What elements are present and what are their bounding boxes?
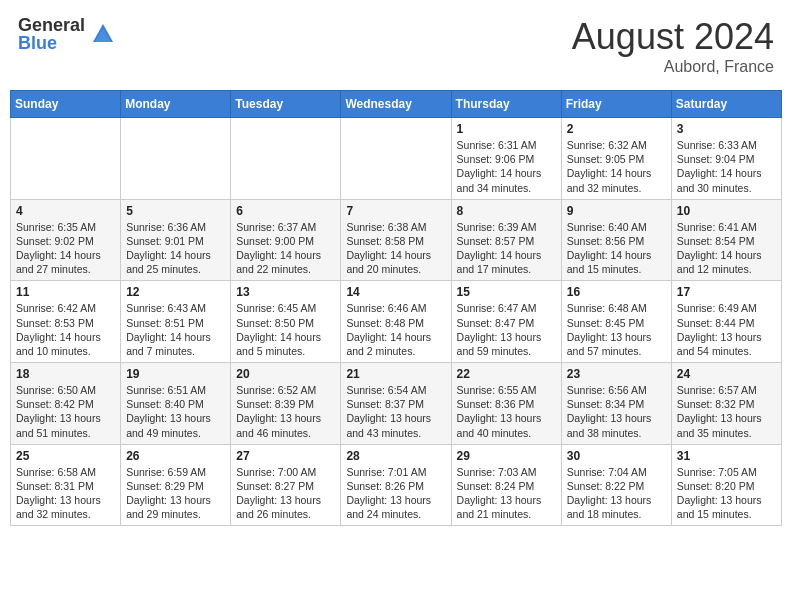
weekday-header-wednesday: Wednesday xyxy=(341,91,451,118)
day-number: 14 xyxy=(346,285,445,299)
calendar-cell: 1Sunrise: 6:31 AM Sunset: 9:06 PM Daylig… xyxy=(451,118,561,200)
calendar-cell: 7Sunrise: 6:38 AM Sunset: 8:58 PM Daylig… xyxy=(341,199,451,281)
calendar-cell: 21Sunrise: 6:54 AM Sunset: 8:37 PM Dayli… xyxy=(341,363,451,445)
calendar-cell: 27Sunrise: 7:00 AM Sunset: 8:27 PM Dayli… xyxy=(231,444,341,526)
day-number: 2 xyxy=(567,122,666,136)
week-row-4: 18Sunrise: 6:50 AM Sunset: 8:42 PM Dayli… xyxy=(11,363,782,445)
day-number: 23 xyxy=(567,367,666,381)
day-number: 4 xyxy=(16,204,115,218)
day-info: Sunrise: 6:33 AM Sunset: 9:04 PM Dayligh… xyxy=(677,138,776,195)
calendar-cell: 17Sunrise: 6:49 AM Sunset: 8:44 PM Dayli… xyxy=(671,281,781,363)
day-info: Sunrise: 6:56 AM Sunset: 8:34 PM Dayligh… xyxy=(567,383,666,440)
week-row-5: 25Sunrise: 6:58 AM Sunset: 8:31 PM Dayli… xyxy=(11,444,782,526)
day-info: Sunrise: 6:42 AM Sunset: 8:53 PM Dayligh… xyxy=(16,301,115,358)
page-header: General Blue August 2024 Aubord, France xyxy=(10,10,782,82)
day-info: Sunrise: 6:35 AM Sunset: 9:02 PM Dayligh… xyxy=(16,220,115,277)
calendar-table: SundayMondayTuesdayWednesdayThursdayFrid… xyxy=(10,90,782,526)
day-number: 27 xyxy=(236,449,335,463)
day-number: 26 xyxy=(126,449,225,463)
day-info: Sunrise: 6:40 AM Sunset: 8:56 PM Dayligh… xyxy=(567,220,666,277)
calendar-cell xyxy=(341,118,451,200)
calendar-cell: 14Sunrise: 6:46 AM Sunset: 8:48 PM Dayli… xyxy=(341,281,451,363)
day-info: Sunrise: 6:49 AM Sunset: 8:44 PM Dayligh… xyxy=(677,301,776,358)
calendar-cell: 3Sunrise: 6:33 AM Sunset: 9:04 PM Daylig… xyxy=(671,118,781,200)
calendar-cell: 25Sunrise: 6:58 AM Sunset: 8:31 PM Dayli… xyxy=(11,444,121,526)
day-info: Sunrise: 6:54 AM Sunset: 8:37 PM Dayligh… xyxy=(346,383,445,440)
day-info: Sunrise: 6:57 AM Sunset: 8:32 PM Dayligh… xyxy=(677,383,776,440)
day-info: Sunrise: 6:31 AM Sunset: 9:06 PM Dayligh… xyxy=(457,138,556,195)
day-info: Sunrise: 6:45 AM Sunset: 8:50 PM Dayligh… xyxy=(236,301,335,358)
calendar-cell: 12Sunrise: 6:43 AM Sunset: 8:51 PM Dayli… xyxy=(121,281,231,363)
day-info: Sunrise: 6:36 AM Sunset: 9:01 PM Dayligh… xyxy=(126,220,225,277)
day-number: 29 xyxy=(457,449,556,463)
calendar-cell: 11Sunrise: 6:42 AM Sunset: 8:53 PM Dayli… xyxy=(11,281,121,363)
calendar-cell: 31Sunrise: 7:05 AM Sunset: 8:20 PM Dayli… xyxy=(671,444,781,526)
title-block: August 2024 Aubord, France xyxy=(572,16,774,76)
calendar-cell: 20Sunrise: 6:52 AM Sunset: 8:39 PM Dayli… xyxy=(231,363,341,445)
weekday-header-row: SundayMondayTuesdayWednesdayThursdayFrid… xyxy=(11,91,782,118)
day-number: 10 xyxy=(677,204,776,218)
day-number: 20 xyxy=(236,367,335,381)
day-info: Sunrise: 6:32 AM Sunset: 9:05 PM Dayligh… xyxy=(567,138,666,195)
calendar-cell: 30Sunrise: 7:04 AM Sunset: 8:22 PM Dayli… xyxy=(561,444,671,526)
day-info: Sunrise: 6:48 AM Sunset: 8:45 PM Dayligh… xyxy=(567,301,666,358)
day-number: 15 xyxy=(457,285,556,299)
week-row-3: 11Sunrise: 6:42 AM Sunset: 8:53 PM Dayli… xyxy=(11,281,782,363)
day-number: 9 xyxy=(567,204,666,218)
day-number: 8 xyxy=(457,204,556,218)
day-info: Sunrise: 6:43 AM Sunset: 8:51 PM Dayligh… xyxy=(126,301,225,358)
weekday-header-monday: Monday xyxy=(121,91,231,118)
day-number: 3 xyxy=(677,122,776,136)
day-number: 18 xyxy=(16,367,115,381)
calendar-cell: 23Sunrise: 6:56 AM Sunset: 8:34 PM Dayli… xyxy=(561,363,671,445)
day-info: Sunrise: 6:41 AM Sunset: 8:54 PM Dayligh… xyxy=(677,220,776,277)
calendar-cell: 13Sunrise: 6:45 AM Sunset: 8:50 PM Dayli… xyxy=(231,281,341,363)
day-info: Sunrise: 7:04 AM Sunset: 8:22 PM Dayligh… xyxy=(567,465,666,522)
day-info: Sunrise: 6:55 AM Sunset: 8:36 PM Dayligh… xyxy=(457,383,556,440)
weekday-header-saturday: Saturday xyxy=(671,91,781,118)
day-info: Sunrise: 6:39 AM Sunset: 8:57 PM Dayligh… xyxy=(457,220,556,277)
calendar-cell xyxy=(231,118,341,200)
calendar-cell: 28Sunrise: 7:01 AM Sunset: 8:26 PM Dayli… xyxy=(341,444,451,526)
calendar-cell: 10Sunrise: 6:41 AM Sunset: 8:54 PM Dayli… xyxy=(671,199,781,281)
day-number: 13 xyxy=(236,285,335,299)
day-number: 11 xyxy=(16,285,115,299)
day-info: Sunrise: 6:58 AM Sunset: 8:31 PM Dayligh… xyxy=(16,465,115,522)
calendar-cell: 4Sunrise: 6:35 AM Sunset: 9:02 PM Daylig… xyxy=(11,199,121,281)
logo-general-text: General xyxy=(18,16,85,34)
day-info: Sunrise: 6:50 AM Sunset: 8:42 PM Dayligh… xyxy=(16,383,115,440)
calendar-cell: 26Sunrise: 6:59 AM Sunset: 8:29 PM Dayli… xyxy=(121,444,231,526)
logo-blue-text: Blue xyxy=(18,34,85,52)
calendar-cell xyxy=(121,118,231,200)
day-number: 24 xyxy=(677,367,776,381)
day-info: Sunrise: 6:46 AM Sunset: 8:48 PM Dayligh… xyxy=(346,301,445,358)
weekday-header-friday: Friday xyxy=(561,91,671,118)
week-row-2: 4Sunrise: 6:35 AM Sunset: 9:02 PM Daylig… xyxy=(11,199,782,281)
calendar-cell: 8Sunrise: 6:39 AM Sunset: 8:57 PM Daylig… xyxy=(451,199,561,281)
calendar-cell: 24Sunrise: 6:57 AM Sunset: 8:32 PM Dayli… xyxy=(671,363,781,445)
day-info: Sunrise: 7:03 AM Sunset: 8:24 PM Dayligh… xyxy=(457,465,556,522)
calendar-cell: 19Sunrise: 6:51 AM Sunset: 8:40 PM Dayli… xyxy=(121,363,231,445)
day-number: 25 xyxy=(16,449,115,463)
day-number: 1 xyxy=(457,122,556,136)
calendar-cell: 18Sunrise: 6:50 AM Sunset: 8:42 PM Dayli… xyxy=(11,363,121,445)
day-info: Sunrise: 6:37 AM Sunset: 9:00 PM Dayligh… xyxy=(236,220,335,277)
calendar-cell: 5Sunrise: 6:36 AM Sunset: 9:01 PM Daylig… xyxy=(121,199,231,281)
day-info: Sunrise: 7:00 AM Sunset: 8:27 PM Dayligh… xyxy=(236,465,335,522)
calendar-cell: 6Sunrise: 6:37 AM Sunset: 9:00 PM Daylig… xyxy=(231,199,341,281)
logo-icon xyxy=(89,20,117,48)
day-number: 21 xyxy=(346,367,445,381)
calendar-cell: 29Sunrise: 7:03 AM Sunset: 8:24 PM Dayli… xyxy=(451,444,561,526)
day-number: 28 xyxy=(346,449,445,463)
calendar-cell: 9Sunrise: 6:40 AM Sunset: 8:56 PM Daylig… xyxy=(561,199,671,281)
calendar-cell: 15Sunrise: 6:47 AM Sunset: 8:47 PM Dayli… xyxy=(451,281,561,363)
location: Aubord, France xyxy=(572,58,774,76)
day-number: 16 xyxy=(567,285,666,299)
week-row-1: 1Sunrise: 6:31 AM Sunset: 9:06 PM Daylig… xyxy=(11,118,782,200)
calendar-cell xyxy=(11,118,121,200)
day-number: 19 xyxy=(126,367,225,381)
day-info: Sunrise: 6:38 AM Sunset: 8:58 PM Dayligh… xyxy=(346,220,445,277)
calendar-cell: 16Sunrise: 6:48 AM Sunset: 8:45 PM Dayli… xyxy=(561,281,671,363)
day-number: 31 xyxy=(677,449,776,463)
day-number: 7 xyxy=(346,204,445,218)
